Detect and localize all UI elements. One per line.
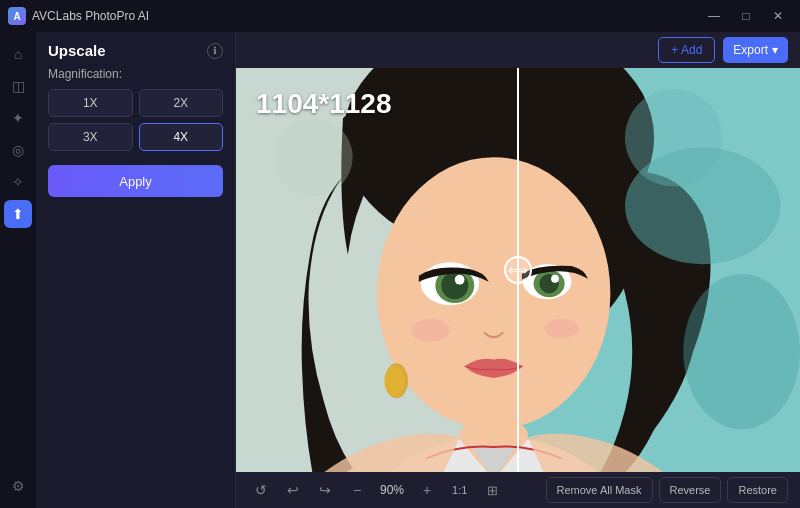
bottom-right-tools: Remove All Mask Reverse Restore	[546, 477, 788, 503]
fit-screen-button[interactable]: ⊞	[479, 477, 505, 503]
zoom-out-button[interactable]: −	[344, 477, 370, 503]
main-area: ⌂ ◫ ✦ ◎ ✧ ⬆ ⚙ Upscale ℹ Magnification: 1…	[0, 32, 800, 508]
sidebar-adjust-button[interactable]: ◎	[4, 136, 32, 164]
bottom-left-tools: ↺ ↩ ↪ − 90% + 1:1 ⊞	[248, 477, 505, 503]
titlebar-controls: — □ ✕	[700, 6, 792, 26]
export-chevron-icon: ▾	[772, 43, 778, 57]
svg-point-12	[411, 319, 450, 342]
maximize-button[interactable]: □	[732, 6, 760, 26]
refresh-button[interactable]: ↺	[248, 477, 274, 503]
svg-point-17	[275, 118, 353, 196]
panel-sidebar: Upscale ℹ Magnification: 1X 2X 3X 4X App…	[36, 32, 236, 508]
info-icon[interactable]: ℹ	[207, 43, 223, 59]
sidebar-tools-button[interactable]: ✦	[4, 104, 32, 132]
sidebar-settings-button[interactable]: ⚙	[4, 472, 32, 500]
export-label: Export	[733, 43, 768, 57]
mag-1x-button[interactable]: 1X	[48, 89, 133, 117]
top-toolbar: + Add Export ▾	[236, 32, 800, 68]
titlebar: A AVCLabs PhotoPro AI — □ ✕	[0, 0, 800, 32]
svg-point-13	[544, 319, 579, 338]
export-button[interactable]: Export ▾	[723, 37, 788, 63]
canvas-area: + Add Export ▾	[236, 32, 800, 508]
sidebar-effects-button[interactable]: ✧	[4, 168, 32, 196]
minimize-button[interactable]: —	[700, 6, 728, 26]
dimension-label: 1104*1128	[256, 88, 391, 120]
split-handle[interactable]: ⟺	[504, 256, 532, 284]
bottom-toolbar: ↺ ↩ ↪ − 90% + 1:1 ⊞ Remove All Mask Reve…	[236, 472, 800, 508]
sidebar-layers-button[interactable]: ◫	[4, 72, 32, 100]
zoom-reset-button[interactable]: 1:1	[446, 482, 473, 498]
svg-point-11	[551, 275, 559, 283]
undo-button[interactable]: ↩	[280, 477, 306, 503]
panel-title: Upscale	[48, 42, 106, 59]
svg-point-20	[683, 274, 800, 430]
magnification-label: Magnification:	[36, 67, 235, 89]
redo-button[interactable]: ↪	[312, 477, 338, 503]
svg-point-7	[455, 275, 465, 285]
sidebar-home-button[interactable]: ⌂	[4, 40, 32, 68]
image-container: 1104*1128 ⟺	[236, 68, 800, 472]
restore-button[interactable]: Restore	[727, 477, 788, 503]
mag-3x-button[interactable]: 3X	[48, 123, 133, 151]
titlebar-left: A AVCLabs PhotoPro AI	[8, 7, 149, 25]
illustration: 1104*1128 ⟺	[236, 68, 800, 472]
svg-point-6	[441, 272, 468, 299]
close-button[interactable]: ✕	[764, 6, 792, 26]
icon-sidebar: ⌂ ◫ ✦ ◎ ✧ ⬆ ⚙	[0, 32, 36, 508]
app-title: AVCLabs PhotoPro AI	[32, 9, 149, 23]
magnification-grid: 1X 2X 3X 4X	[36, 89, 235, 151]
svg-point-19	[625, 147, 781, 264]
app-logo: A	[8, 7, 26, 25]
remove-all-mask-button[interactable]: Remove All Mask	[546, 477, 653, 503]
mag-4x-button[interactable]: 4X	[139, 123, 224, 151]
zoom-level: 90%	[376, 483, 408, 497]
reverse-button[interactable]: Reverse	[659, 477, 722, 503]
panel-header: Upscale ℹ	[36, 32, 235, 67]
mag-2x-button[interactable]: 2X	[139, 89, 224, 117]
zoom-in-button[interactable]: +	[414, 477, 440, 503]
apply-button[interactable]: Apply	[48, 165, 223, 197]
add-button[interactable]: + Add	[658, 37, 715, 63]
sidebar-upscale-button[interactable]: ⬆	[4, 200, 32, 228]
